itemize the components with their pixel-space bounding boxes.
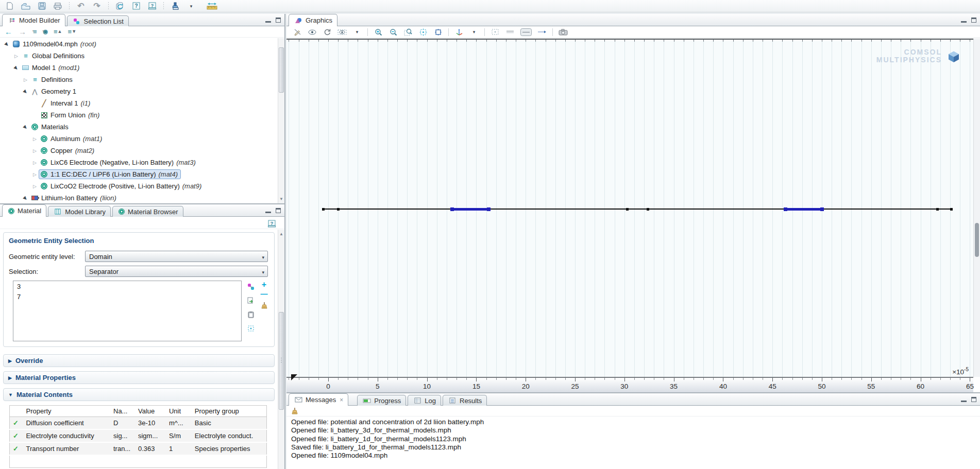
collapse-all-icon[interactable]: '≡ — [32, 28, 37, 35]
select-dropdown-caret[interactable]: ▾ — [352, 27, 362, 37]
update-solution-icon[interactable] — [115, 1, 125, 11]
documentation-icon[interactable]: ? — [147, 1, 157, 11]
selected-entity[interactable]: 7 — [17, 292, 238, 302]
tab-material-browser[interactable]: Material Browser — [112, 206, 183, 217]
zoom-to-selection-icon[interactable] — [246, 323, 256, 334]
default-view-icon[interactable] — [454, 27, 464, 37]
expander-icon[interactable]: ▷ — [31, 184, 39, 189]
expander-icon[interactable]: ▷ — [31, 148, 39, 153]
zoom-extents-icon[interactable] — [433, 27, 443, 37]
settings-scrollbar[interactable]: ▲ — [278, 230, 284, 469]
wireframe-icon[interactable] — [505, 27, 515, 37]
zoom-box-icon[interactable] — [403, 27, 413, 37]
selected-domain-vertex[interactable] — [487, 207, 491, 211]
show-options-icon[interactable]: '◉ — [43, 29, 48, 34]
tab-model-library[interactable]: Model Library — [48, 206, 111, 217]
selected-domain-vertex[interactable] — [784, 207, 787, 211]
tree-item-model-1[interactable]: ▶Model 1(mod1) — [0, 62, 284, 74]
table-row[interactable]: ✓Diffusion coefficientD3e-10m^...Basic — [10, 417, 267, 430]
geometry-vertex[interactable] — [950, 208, 953, 211]
geometry-vertex[interactable] — [936, 208, 939, 211]
selected-domain-vertex[interactable] — [820, 207, 824, 211]
view-eye-icon[interactable] — [308, 27, 317, 37]
paste-selection-icon[interactable] — [246, 309, 256, 320]
selected-entity[interactable]: 3 — [17, 282, 238, 292]
settings-help-icon[interactable]: ? — [267, 218, 276, 229]
back-icon[interactable]: ← — [5, 28, 12, 36]
column-header[interactable]: Unit — [166, 406, 192, 417]
clear-messages-icon[interactable] — [290, 406, 299, 416]
tab-messages[interactable]: Messages × — [289, 393, 348, 406]
column-header[interactable]: Value — [135, 406, 166, 417]
expander-icon[interactable]: ▶ — [22, 125, 29, 130]
column-header[interactable] — [10, 406, 23, 417]
column-header[interactable]: Property — [23, 406, 110, 417]
scroll-down-icon[interactable]: ▼ — [278, 196, 284, 202]
plot-area[interactable]: COMSOL MULTIPHYSICS — [286, 39, 973, 377]
tab-selection-list[interactable]: Selection List — [67, 15, 129, 26]
tree-item-lixcoo2-electrode-positive-li-ion-battery[interactable]: ▷LixCoO2 Electrode (Positive, Li-ion Bat… — [0, 180, 284, 192]
section-override[interactable]: ▶ Override — [3, 354, 275, 367]
tree-item-aluminum[interactable]: ▷Aluminum(mat1) — [0, 133, 284, 145]
geometry-vertex[interactable] — [647, 208, 649, 211]
move-down-icon[interactable]: ≡▼ — [68, 28, 76, 35]
measure-ruler-icon[interactable] — [207, 1, 217, 11]
zoom-selected-icon[interactable] — [418, 27, 428, 37]
scrollbar-thumb[interactable] — [279, 312, 284, 410]
expander-icon[interactable]: ▶ — [3, 42, 11, 47]
graphics-scrollbar[interactable] — [973, 39, 980, 377]
forward-icon[interactable]: → — [19, 28, 26, 36]
rotate-icon[interactable] — [323, 27, 332, 37]
tree-item-geometry-1[interactable]: ▶⋀Geometry 1 — [0, 85, 284, 97]
close-icon[interactable]: × — [340, 396, 343, 404]
expander-icon[interactable]: ▷ — [12, 54, 20, 59]
create-selection-icon[interactable] — [246, 282, 256, 292]
column-header[interactable]: Na... — [110, 406, 135, 417]
add-to-selection-icon[interactable]: + — [262, 282, 266, 288]
tree-item-lixc6-electrode-negative-li-ion-battery[interactable]: ▷LixC6 Electrode (Negative, Li-ion Batte… — [0, 157, 284, 168]
expander-icon[interactable]: ▶ — [22, 89, 29, 94]
tree-item-1-1-ec-dec-lipf6-li-ion-battery[interactable]: ▷1:1 EC:DEC / LiPF6 (Li-ion Battery)(mat… — [0, 168, 284, 180]
tree-item-1109model04-mph[interactable]: ▶1109model04.mph(root) — [0, 38, 284, 50]
selected-domain-segment[interactable] — [452, 208, 488, 211]
minimize-icon[interactable] — [265, 209, 271, 213]
entity-selection-list[interactable]: 37 — [13, 281, 242, 341]
minimize-icon[interactable] — [265, 18, 271, 23]
minimize-icon[interactable] — [961, 18, 967, 23]
transparency-icon[interactable] — [491, 27, 500, 37]
expander-icon[interactable]: ▶ — [12, 65, 20, 71]
scrollbar-thumb[interactable] — [279, 47, 284, 93]
section-material-contents[interactable]: ▼ Material Contents — [3, 388, 275, 401]
expander-icon[interactable]: ▶ — [22, 196, 29, 201]
tree-item-form-union[interactable]: Form Union(fin) — [0, 109, 284, 121]
column-header[interactable]: Property group — [192, 406, 267, 417]
selection-select[interactable]: Separator ▾ — [85, 266, 268, 277]
zoom-out-icon[interactable] — [388, 27, 398, 37]
selected-domain-segment[interactable] — [785, 208, 822, 211]
minimize-icon[interactable] — [961, 397, 967, 402]
table-row[interactable]: ✓Transport numbertran...0.3631Species pr… — [10, 442, 267, 455]
geometry-vertex[interactable] — [626, 208, 629, 211]
maximize-icon[interactable] — [276, 18, 281, 23]
zoom-in-icon[interactable] — [374, 27, 383, 37]
print-icon[interactable] — [53, 1, 62, 11]
section-material-properties[interactable]: ▶ Material Properties — [3, 371, 275, 384]
snapshot-icon[interactable] — [559, 27, 568, 37]
tab-model-builder[interactable]: Model Builder — [2, 14, 65, 26]
maximize-icon[interactable] — [971, 397, 976, 402]
geometric-entity-level-select[interactable]: Domain ▾ — [85, 251, 268, 262]
redo-icon[interactable]: ↷ — [92, 1, 102, 11]
tree-item-interval-1[interactable]: ╱Interval 1(i1) — [0, 97, 284, 109]
clear-selection-icon[interactable] — [260, 300, 269, 310]
geometry-interval-line[interactable] — [323, 209, 951, 210]
maximize-icon[interactable] — [971, 18, 976, 23]
expander-icon[interactable]: ▷ — [22, 77, 29, 82]
geometry-vertex[interactable] — [322, 208, 325, 211]
brush-dropdown-caret[interactable]: ▾ — [187, 1, 196, 11]
arrow-line-icon[interactable] — [537, 27, 547, 37]
no-edit-icon[interactable] — [293, 27, 302, 37]
save-file-icon[interactable] — [37, 1, 46, 11]
tab-graphics[interactable]: Graphics — [289, 14, 337, 26]
tree-item-materials[interactable]: ▶Materials — [0, 121, 284, 133]
undo-icon[interactable]: ↶ — [76, 1, 86, 11]
